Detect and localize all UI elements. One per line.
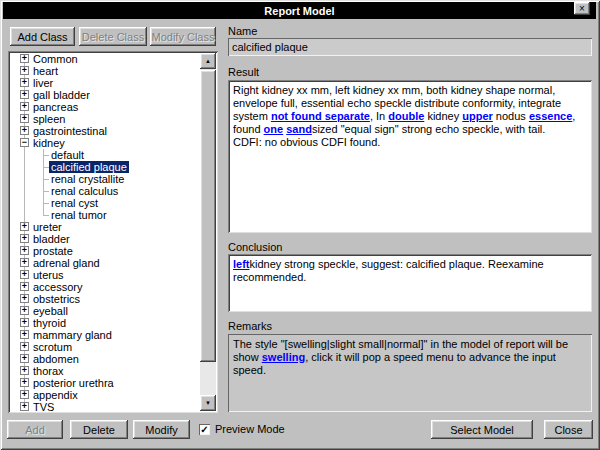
tree-item-label[interactable]: eyeball xyxy=(31,305,70,317)
tree-item-posterior-urethra[interactable]: +posterior urethra xyxy=(10,377,200,389)
tree-item-label[interactable]: heart xyxy=(31,65,60,77)
tree-item-prostate[interactable]: +prostate xyxy=(10,245,200,257)
tree-item-renal-cyst[interactable]: renal cyst xyxy=(10,197,200,209)
tree-item-label[interactable]: spleen xyxy=(31,113,67,125)
expand-icon[interactable]: + xyxy=(20,390,29,399)
tree-item-label[interactable]: mammary gland xyxy=(31,329,114,341)
tree-item-liver[interactable]: +liver xyxy=(10,77,200,89)
inline-link[interactable]: upper xyxy=(462,110,493,122)
expand-icon[interactable]: + xyxy=(20,78,29,87)
expand-icon[interactable]: + xyxy=(20,330,29,339)
preview-mode-label[interactable]: Preview Mode xyxy=(215,423,285,435)
remarks-textarea[interactable]: The style "[swelling|slight small|normal… xyxy=(228,334,592,412)
tree-item-label[interactable]: obstetrics xyxy=(31,293,82,305)
inline-link[interactable]: not found separate xyxy=(271,110,370,122)
expand-icon[interactable]: + xyxy=(20,90,29,99)
tree-item-label[interactable]: bladder xyxy=(31,233,72,245)
tree-item-label[interactable]: TVS xyxy=(31,401,56,411)
tree-item-thorax[interactable]: +thorax xyxy=(10,365,200,377)
tree-item-label[interactable]: thorax xyxy=(31,365,66,377)
tree-item-label[interactable]: scrotum xyxy=(31,341,74,353)
expand-icon[interactable]: + xyxy=(20,318,29,327)
tree-item-spleen[interactable]: +spleen xyxy=(10,113,200,125)
tree-item-obstetrics[interactable]: +obstetrics xyxy=(10,293,200,305)
tree-item-label[interactable]: default xyxy=(49,149,86,161)
tree-item-label[interactable]: gall bladder xyxy=(31,89,92,101)
tree-item-label[interactable]: Common xyxy=(31,53,80,65)
delete-button[interactable]: Delete xyxy=(70,420,128,439)
tree-item-label[interactable]: accessory xyxy=(31,281,85,293)
select-model-button[interactable]: Select Model xyxy=(431,420,533,439)
modify-button[interactable]: Modify xyxy=(133,420,190,439)
collapse-icon[interactable]: − xyxy=(20,138,29,147)
expand-icon[interactable]: + xyxy=(20,354,29,363)
tree-item-calcified-plaque[interactable]: calcified plaque xyxy=(10,161,200,173)
expand-icon[interactable]: + xyxy=(20,402,29,411)
expand-icon[interactable]: + xyxy=(20,342,29,351)
expand-icon[interactable]: + xyxy=(20,126,29,135)
expand-icon[interactable]: + xyxy=(20,66,29,75)
tree-item-uterus[interactable]: +uterus xyxy=(10,269,200,281)
tree-item-label[interactable]: adrenal gland xyxy=(31,257,102,269)
tree-item-label[interactable]: thyroid xyxy=(31,317,68,329)
tree-item-label[interactable]: abdomen xyxy=(31,353,81,365)
close-button[interactable]: Close xyxy=(544,420,593,439)
tree-item-common[interactable]: +Common xyxy=(10,53,200,65)
expand-icon[interactable]: + xyxy=(20,222,29,231)
inline-link[interactable]: one xyxy=(264,123,284,135)
expand-icon[interactable]: + xyxy=(20,270,29,279)
tree-item-thyroid[interactable]: +thyroid xyxy=(10,317,200,329)
inline-link[interactable]: swelling xyxy=(262,351,305,363)
tree-item-label[interactable]: ureter xyxy=(31,221,64,233)
result-textarea[interactable]: Right kidney xx mm, left kidney xx mm, b… xyxy=(228,80,592,233)
tree-item-gastrointestinal[interactable]: +gastrointestinal xyxy=(10,125,200,137)
tree-item-label[interactable]: renal tumor xyxy=(49,209,109,221)
inline-link[interactable]: left xyxy=(233,258,250,270)
preview-mode-checkbox[interactable]: ✓ xyxy=(199,424,210,435)
tree-item-label[interactable]: gastrointestinal xyxy=(31,125,109,137)
expand-icon[interactable]: + xyxy=(20,282,29,291)
name-field[interactable]: calcified plaque xyxy=(228,38,592,56)
tree-scrollbar[interactable]: ▲ ▼ xyxy=(200,53,216,411)
expand-icon[interactable]: + xyxy=(20,102,29,111)
close-icon[interactable]: × xyxy=(574,2,590,15)
tree-item-scrotum[interactable]: +scrotum xyxy=(10,341,200,353)
tree-item-renal-calculus[interactable]: renal calculus xyxy=(10,185,200,197)
scroll-down-icon[interactable]: ▼ xyxy=(200,395,216,411)
expand-icon[interactable]: + xyxy=(20,234,29,243)
tree-item-abdomen[interactable]: +abdomen xyxy=(10,353,200,365)
expand-icon[interactable]: + xyxy=(20,258,29,267)
tree-item-heart[interactable]: +heart xyxy=(10,65,200,77)
tree-item-label[interactable]: pancreas xyxy=(31,101,80,113)
inline-link[interactable]: sand xyxy=(286,123,312,135)
tree-item-label[interactable]: prostate xyxy=(31,245,75,257)
tree-item-label[interactable]: kidney xyxy=(31,137,67,149)
tree-item-mammary-gland[interactable]: +mammary gland xyxy=(10,329,200,341)
scroll-up-icon[interactable]: ▲ xyxy=(200,53,216,69)
expand-icon[interactable]: + xyxy=(20,366,29,375)
tree-item-default[interactable]: default xyxy=(10,149,200,161)
tree-item-label[interactable]: renal cyst xyxy=(49,197,100,209)
tree-item-ureter[interactable]: +ureter xyxy=(10,221,200,233)
tree-item-label[interactable]: calcified plaque xyxy=(49,161,129,173)
expand-icon[interactable]: + xyxy=(20,294,29,303)
tree-item-label[interactable]: posterior urethra xyxy=(31,377,116,389)
expand-icon[interactable]: + xyxy=(20,246,29,255)
tree-item-tvs[interactable]: +TVS xyxy=(10,401,200,411)
scrollbar-thumb[interactable] xyxy=(200,70,216,362)
tree-item-label[interactable]: liver xyxy=(31,77,55,89)
expand-icon[interactable]: + xyxy=(20,54,29,63)
tree-item-appendix[interactable]: +appendix xyxy=(10,389,200,401)
tree-item-adrenal-gland[interactable]: +adrenal gland xyxy=(10,257,200,269)
inline-link[interactable]: double xyxy=(388,110,424,122)
tree-item-eyeball[interactable]: +eyeball xyxy=(10,305,200,317)
expand-icon[interactable]: + xyxy=(20,378,29,387)
tree-item-label[interactable]: renal calculus xyxy=(49,185,120,197)
tree-item-label[interactable]: uterus xyxy=(31,269,66,281)
conclusion-textarea[interactable]: leftkidney strong speckle, suggest: calc… xyxy=(228,254,592,312)
expand-icon[interactable]: + xyxy=(20,114,29,123)
tree-item-renal-tumor[interactable]: renal tumor xyxy=(10,209,200,221)
tree-item-renal-crystallite[interactable]: renal crystallite xyxy=(10,173,200,185)
tree-item-label[interactable]: renal crystallite xyxy=(49,173,126,185)
tree-item-accessory[interactable]: +accessory xyxy=(10,281,200,293)
